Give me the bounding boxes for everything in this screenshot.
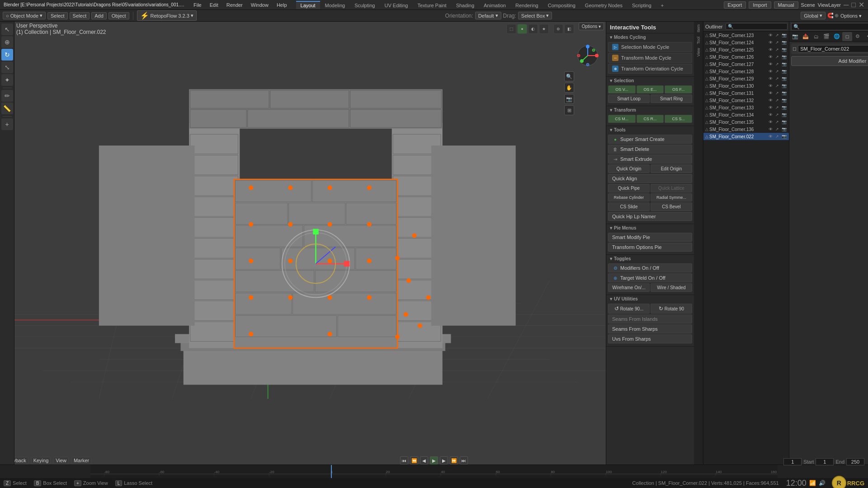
pointer-icon-131[interactable]: ↗ bbox=[774, 90, 780, 96]
outliner-item-133[interactable]: △ SM_Floor_Corner.133 👁 ↗ 📷 bbox=[703, 104, 789, 111]
pointer-icon[interactable]: ↗ bbox=[774, 32, 780, 38]
camera-icon-130[interactable]: 📷 bbox=[781, 83, 787, 89]
move-tool-icon[interactable]: ⊕ bbox=[1, 36, 13, 48]
eye-icon-126[interactable]: 👁 bbox=[767, 54, 774, 60]
options-button[interactable]: Options ▾ bbox=[840, 13, 865, 19]
tab-compositing[interactable]: Compositing bbox=[543, 1, 580, 9]
pointer-icon-125[interactable]: ↗ bbox=[774, 47, 780, 53]
manual-button[interactable]: Manual bbox=[774, 1, 798, 9]
step-forward-btn[interactable]: ▶ bbox=[440, 456, 448, 465]
marker-dropdown[interactable]: Marker bbox=[71, 457, 91, 464]
vtab-tool[interactable]: Tool bbox=[695, 35, 702, 46]
menu-help[interactable]: Help bbox=[273, 1, 291, 9]
camera-icon-125[interactable]: 📷 bbox=[781, 47, 787, 53]
pointer-icon-132[interactable]: ↗ bbox=[774, 97, 780, 103]
outliner-item-125[interactable]: △ SM_Floor_Corner.125 👁 ↗ 📷 bbox=[703, 46, 789, 53]
tab-uv-editing[interactable]: UV Editing bbox=[380, 1, 412, 9]
eye-icon-130[interactable]: 👁 bbox=[767, 83, 774, 89]
wireframe-shading-btn[interactable]: ⬚ bbox=[506, 24, 516, 34]
eye-icon-128[interactable]: 👁 bbox=[767, 68, 774, 75]
super-smart-create-btn[interactable]: ● Super Smart Create bbox=[608, 135, 692, 144]
outliner-item-022[interactable]: △ SM_Floor_Corner.022 👁 ↗ 📷 bbox=[703, 133, 789, 140]
eye-icon-022[interactable]: 👁 bbox=[767, 133, 774, 140]
vtab-item[interactable]: Item bbox=[695, 23, 702, 34]
target-weld-btn[interactable]: ⊕ Target Weld On / Off bbox=[608, 273, 692, 282]
scene-props-icon[interactable]: 🎬 bbox=[821, 32, 831, 41]
rebase-cylinder-btn[interactable]: Rebase Cylinder bbox=[608, 193, 650, 202]
camera-icon-131[interactable]: 📷 bbox=[781, 90, 787, 96]
camera-icon-136[interactable]: 📷 bbox=[781, 126, 787, 132]
view-layer-props-icon[interactable]: 🗂 bbox=[811, 32, 821, 41]
add-menu[interactable]: Add bbox=[91, 12, 107, 19]
tab-layout[interactable]: Layout bbox=[296, 1, 320, 9]
annotate-tool-icon[interactable]: ✏ bbox=[1, 90, 13, 102]
next-keyframe-btn[interactable]: ⏩ bbox=[450, 456, 458, 465]
menu-render[interactable]: Render bbox=[223, 1, 246, 9]
start-frame-input[interactable] bbox=[816, 458, 834, 465]
view-menu[interactable]: Select bbox=[47, 12, 68, 19]
osv-btn[interactable]: OS V... bbox=[608, 85, 636, 94]
end-frame-input[interactable] bbox=[846, 458, 864, 465]
smart-modify-pie-btn[interactable]: Smart Modify Pie bbox=[608, 233, 692, 242]
tab-add[interactable]: + bbox=[656, 1, 668, 9]
tab-rendering[interactable]: Rendering bbox=[511, 1, 543, 9]
particles-props-icon[interactable]: ✦ bbox=[863, 32, 868, 41]
tab-animation[interactable]: Animation bbox=[479, 1, 510, 9]
osf-btn[interactable]: OS F... bbox=[665, 85, 692, 94]
cs-slide-btn[interactable]: CS Slide bbox=[608, 202, 650, 211]
object-props-icon[interactable]: □ bbox=[842, 32, 852, 41]
global-dropdown[interactable]: Global ▾ bbox=[801, 12, 826, 19]
menu-edit[interactable]: Edit bbox=[206, 1, 222, 9]
rotate-90-cw-btn[interactable]: ↻ Rotate 90 bbox=[651, 304, 692, 314]
add-modifier-button[interactable]: Add Modifier bbox=[791, 56, 868, 66]
add-tool-icon[interactable]: + bbox=[1, 118, 13, 130]
menu-window[interactable]: Window bbox=[247, 1, 272, 9]
outliner-item-136[interactable]: △ SM_Floor_Corner.136 👁 ↗ 📷 bbox=[703, 126, 789, 133]
camera-icon-135[interactable]: 📷 bbox=[781, 119, 787, 125]
pointer-icon-135[interactable]: ↗ bbox=[774, 119, 780, 125]
outliner-item-129[interactable]: △ SM_Floor_Corner.129 👁 ↗ 📷 bbox=[703, 75, 789, 82]
jump-end-btn[interactable]: ⏭ bbox=[460, 456, 468, 465]
smart-extrude-btn[interactable]: ⇥ Smart Extrude bbox=[608, 155, 692, 164]
tab-sculpting[interactable]: Sculpting bbox=[350, 1, 379, 9]
maximize-icon[interactable]: □ bbox=[851, 1, 856, 9]
rotate-90-ccw-btn[interactable]: ↺ Rotate 90... bbox=[608, 304, 650, 314]
close-icon[interactable]: ✕ bbox=[859, 0, 864, 9]
magnet-icon[interactable]: 🧲 bbox=[827, 13, 834, 19]
transform-mode-cycle-btn[interactable]: ↔ Transform Mode Cycle bbox=[608, 53, 692, 63]
pointer-icon-134[interactable]: ↗ bbox=[774, 112, 780, 118]
prev-keyframe-btn[interactable]: ⏪ bbox=[410, 456, 418, 465]
eye-icon[interactable]: 👁 bbox=[767, 32, 774, 38]
outliner-item-127[interactable]: △ SM_Floor_Corner.127 👁 ↗ 📷 bbox=[703, 61, 789, 68]
camera-icon-127[interactable]: 📷 bbox=[781, 61, 787, 67]
wireframe-only-btn[interactable]: Wireframe On/... bbox=[608, 283, 650, 292]
pointer-icon-127[interactable]: ↗ bbox=[774, 61, 780, 67]
smart-delete-btn[interactable]: 🗑 Smart Delete bbox=[608, 145, 692, 154]
solid-shading-btn[interactable]: ● bbox=[517, 24, 527, 34]
pointer-icon-130[interactable]: ↗ bbox=[774, 83, 780, 89]
outliner-item-135[interactable]: △ SM_Floor_Corner.135 👁 ↗ 📷 bbox=[703, 118, 789, 126]
step-back-btn[interactable]: ◀ bbox=[420, 456, 428, 465]
camera-icon[interactable]: 📷 bbox=[781, 32, 787, 38]
rendered-shading-btn[interactable]: ★ bbox=[539, 24, 549, 34]
props-search-input[interactable] bbox=[791, 23, 868, 30]
selection-mode-cycle-btn[interactable]: ▷ Selection Mode Cycle bbox=[608, 42, 692, 52]
snap-icon[interactable]: ⊕ bbox=[835, 13, 839, 19]
ose-btn[interactable]: OS E... bbox=[637, 85, 664, 94]
current-frame-input[interactable] bbox=[783, 458, 802, 465]
object-menu[interactable]: Object bbox=[108, 12, 129, 19]
seams-from-sharps-btn[interactable]: Seams From Sharps bbox=[608, 324, 692, 333]
camera-icon-128[interactable]: 📷 bbox=[781, 68, 787, 75]
outliner-item-131[interactable]: △ SM_Floor_Corner.131 👁 ↗ 📷 bbox=[703, 89, 789, 97]
quick-lattice-btn[interactable]: Quick Lattice bbox=[651, 184, 692, 192]
pointer-icon-136[interactable]: ↗ bbox=[774, 126, 780, 132]
vtab-view[interactable]: View bbox=[695, 46, 702, 58]
import-button[interactable]: Import bbox=[749, 1, 771, 9]
quick-origin-btn[interactable]: Quick Origin bbox=[608, 164, 650, 173]
eye-icon-127[interactable]: 👁 bbox=[767, 61, 774, 67]
world-props-icon[interactable]: 🌐 bbox=[832, 32, 842, 41]
select-menu[interactable]: Select bbox=[70, 12, 90, 19]
outliner-item-132[interactable]: △ SM_Floor_Corner.132 👁 ↗ 📷 bbox=[703, 97, 789, 104]
eye-icon-125[interactable]: 👁 bbox=[767, 47, 774, 53]
outliner-search-input[interactable] bbox=[726, 23, 788, 30]
